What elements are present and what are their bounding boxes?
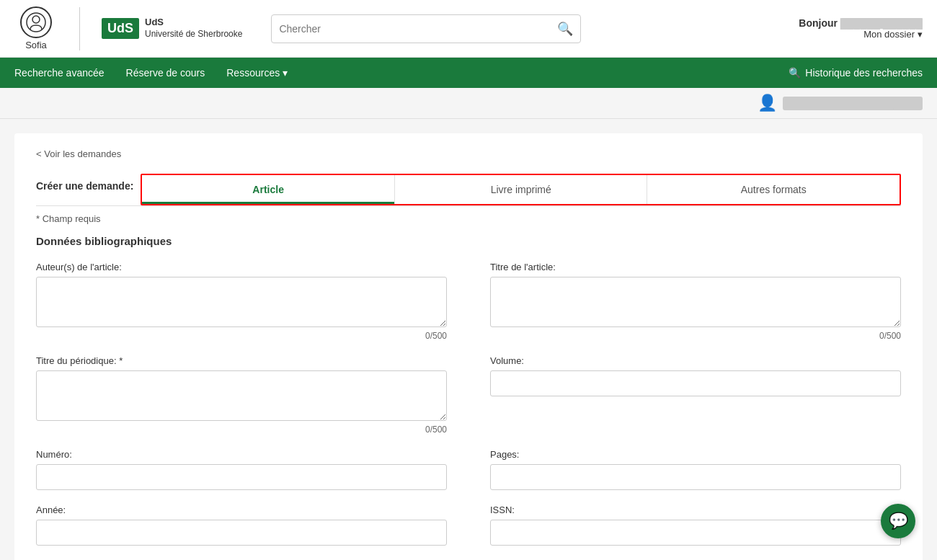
input-issn[interactable] bbox=[490, 520, 901, 546]
chat-button[interactable]: 💬 bbox=[881, 504, 915, 538]
field-numero: Numéro: bbox=[36, 449, 447, 490]
nav-ressources[interactable]: Ressources ▾ bbox=[226, 67, 288, 79]
sofia-circle-icon bbox=[20, 6, 52, 38]
field-auteur: Auteur(s) de l'article: 0/500 bbox=[36, 262, 447, 341]
input-numero[interactable] bbox=[36, 464, 447, 490]
input-titre-article[interactable] bbox=[490, 277, 901, 327]
field-titre-periodique: Titre du périodique: * 0/500 bbox=[36, 355, 447, 435]
field-volume: Volume: bbox=[490, 355, 901, 435]
char-count-titre-periodique: 0/500 bbox=[36, 425, 447, 435]
chat-icon: 💬 bbox=[889, 512, 908, 530]
input-pages[interactable] bbox=[490, 464, 901, 490]
search-wrapper: 🔍 bbox=[271, 14, 581, 43]
field-annee: Année: bbox=[36, 505, 447, 546]
search-button[interactable]: 🔍 bbox=[557, 21, 573, 37]
header-divider bbox=[79, 7, 80, 50]
label-pages: Pages: bbox=[490, 449, 901, 460]
required-note: * Champ requis bbox=[36, 213, 901, 224]
field-issn: ISSN: bbox=[490, 505, 901, 546]
tab-article[interactable]: Article bbox=[142, 175, 395, 204]
creer-section: Créer une demande: Article Livre imprimé… bbox=[36, 174, 901, 206]
label-annee: Année: bbox=[36, 505, 447, 515]
uds-box: UdS bbox=[102, 18, 139, 39]
input-titre-periodique[interactable] bbox=[36, 370, 447, 421]
user-bar: 👤 ████ █████ █████ █████ bbox=[0, 88, 937, 119]
mon-dossier-link[interactable]: Mon dossier ▾ bbox=[799, 29, 923, 40]
label-issn: ISSN: bbox=[490, 505, 901, 515]
sofia-logo[interactable]: Sofia bbox=[14, 6, 58, 50]
main-content: < Voir les demandes Créer une demande: A… bbox=[14, 133, 923, 560]
label-volume: Volume: bbox=[490, 355, 901, 366]
user-account-icon: 👤 bbox=[758, 94, 777, 112]
search-bar: 🔍 bbox=[271, 14, 581, 43]
tabs-container: Article Livre imprimé Autres formats bbox=[141, 174, 901, 205]
field-pages: Pages: bbox=[490, 449, 901, 490]
tab-autres-formats[interactable]: Autres formats bbox=[647, 175, 900, 204]
navbar: Recherche avancée Réserve de cours Resso… bbox=[0, 58, 937, 88]
label-titre-periodique: Titre du périodique: * bbox=[36, 355, 447, 366]
bonjour-text: Bonjour ██████ ██████ bbox=[799, 17, 923, 29]
user-full-name-blurred: ████ █████ █████ █████ bbox=[783, 97, 923, 110]
input-annee[interactable] bbox=[36, 520, 447, 546]
sofia-label: Sofia bbox=[25, 40, 47, 50]
char-count-auteur: 0/500 bbox=[36, 331, 447, 341]
nav-recherche-avancee[interactable]: Recherche avancée bbox=[14, 67, 105, 79]
section-title: Données bibliographiques bbox=[36, 235, 901, 247]
input-auteur[interactable] bbox=[36, 277, 447, 327]
chevron-down-icon: ▾ bbox=[918, 29, 923, 40]
input-volume[interactable] bbox=[490, 370, 901, 396]
tab-livre-imprime[interactable]: Livre imprimé bbox=[395, 175, 648, 204]
label-auteur: Auteur(s) de l'article: bbox=[36, 262, 447, 272]
label-numero: Numéro: bbox=[36, 449, 447, 460]
nav-reserve-cours[interactable]: Réserve de cours bbox=[126, 67, 205, 79]
back-link[interactable]: < Voir les demandes bbox=[36, 148, 121, 159]
history-search-icon: 🔍 bbox=[789, 67, 801, 79]
creer-label: Créer une demande: bbox=[36, 180, 133, 199]
header-right: Bonjour ██████ ██████ Mon dossier ▾ bbox=[799, 17, 923, 40]
header: Sofia UdS UdS Université de Sherbrooke 🔍… bbox=[0, 0, 937, 58]
field-titre-article: Titre de l'article: 0/500 bbox=[490, 262, 901, 341]
search-input[interactable] bbox=[279, 23, 557, 35]
form-grid: Auteur(s) de l'article: 0/500 Titre de l… bbox=[36, 262, 901, 560]
nav-historique[interactable]: 🔍 Historique des recherches bbox=[789, 67, 923, 79]
user-name-blurred: ██████ ██████ bbox=[840, 18, 923, 29]
label-titre-article: Titre de l'article: bbox=[490, 262, 901, 272]
char-count-titre-article: 0/500 bbox=[490, 331, 901, 341]
uds-text: UdS Université de Sherbrooke bbox=[145, 17, 242, 40]
svg-point-0 bbox=[32, 16, 40, 23]
uds-logo: UdS UdS Université de Sherbrooke bbox=[102, 17, 242, 40]
